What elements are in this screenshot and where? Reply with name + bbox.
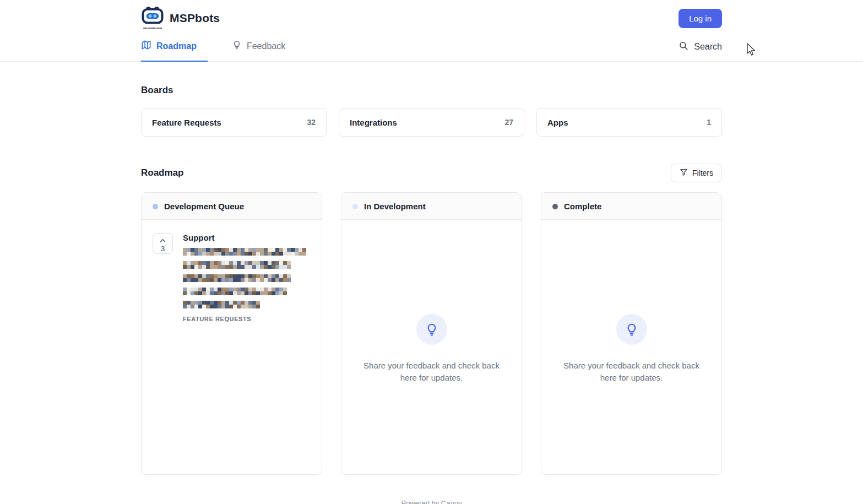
filter-funnel-icon: [680, 168, 688, 178]
powered-by-link[interactable]: Powered by Canny: [401, 499, 462, 504]
brand[interactable]: MSPbots: [141, 6, 220, 30]
boards-heading: Boards: [141, 85, 722, 96]
search-icon: [679, 41, 688, 53]
column-header: Complete: [541, 193, 721, 220]
footer: Powered by Canny: [0, 498, 863, 504]
column-title: Complete: [564, 202, 601, 211]
map-icon: [141, 40, 151, 52]
lightbulb-badge: [616, 314, 647, 345]
board-card-apps[interactable]: Apps 1: [536, 108, 722, 137]
column-development-queue: Development Queue 3 Support: [141, 192, 322, 475]
lightbulb-icon: [425, 322, 439, 337]
board-name: Integrations: [350, 118, 397, 127]
empty-state: Share your feedback and check back here …: [541, 220, 721, 384]
lightbulb-badge: [416, 314, 447, 345]
column-complete: Complete Share your feedback and check b…: [541, 192, 722, 475]
lightbulb-icon: [625, 322, 639, 337]
post-board-label: FEATURE REQUESTS: [183, 316, 311, 322]
empty-state-message: Share your feedback and check back here …: [555, 360, 709, 384]
search-label: Search: [694, 42, 722, 52]
empty-state: Share your feedback and check back here …: [341, 220, 522, 384]
redacted-text-line: [183, 261, 292, 269]
status-dot: [153, 204, 158, 209]
redacted-text-line: [183, 301, 261, 308]
filters-button[interactable]: Filters: [671, 164, 722, 182]
redacted-text-line: [183, 288, 287, 295]
app-header: MSPbots Log in: [141, 0, 722, 36]
upvote-button[interactable]: 3: [153, 233, 173, 254]
board-card-feature-requests[interactable]: Feature Requests 32: [141, 108, 327, 137]
post-card[interactable]: 3 Support FEATURE REQUESTS: [142, 220, 322, 322]
filters-label: Filters: [692, 169, 713, 177]
login-button[interactable]: Log in: [679, 9, 722, 28]
column-header: Development Queue: [142, 193, 322, 220]
tab-roadmap[interactable]: Roadmap: [141, 36, 208, 62]
chevron-up-icon: [160, 235, 166, 245]
column-in-development: In Development Share your feedback and c…: [341, 192, 522, 475]
roadmap-heading: Roadmap: [141, 167, 183, 178]
board-name: Feature Requests: [152, 118, 221, 127]
search-control[interactable]: Search: [679, 41, 722, 61]
board-card-integrations[interactable]: Integrations 27: [339, 108, 524, 137]
vote-count: 3: [161, 245, 165, 252]
roadmap-section: Roadmap Filters Development Queue: [141, 164, 722, 475]
tab-roadmap-label: Roadmap: [156, 41, 197, 51]
board-count: 1: [707, 118, 711, 127]
page-title: MSPbots: [170, 12, 220, 25]
redacted-text-line: [183, 274, 292, 282]
column-title: Development Queue: [164, 202, 244, 211]
lightbulb-icon: [232, 40, 242, 52]
nav-bar: Roadmap Feedback Search: [0, 36, 863, 62]
column-header: In Development: [341, 193, 522, 220]
status-dot: [552, 204, 558, 209]
board-count: 32: [307, 118, 316, 127]
board-name: Apps: [547, 118, 568, 127]
tab-feedback-label: Feedback: [247, 41, 285, 51]
boards-section: Boards Feature Requests 32 Integrations …: [141, 85, 722, 137]
status-dot: [352, 204, 358, 209]
empty-state-message: Share your feedback and check back here …: [355, 360, 509, 384]
mspbots-logo-icon: [141, 6, 164, 30]
tab-feedback[interactable]: Feedback: [229, 36, 289, 62]
board-count: 27: [504, 118, 513, 127]
column-title: In Development: [364, 202, 426, 211]
redacted-text-line: [183, 248, 306, 256]
post-title[interactable]: Support: [183, 233, 311, 242]
